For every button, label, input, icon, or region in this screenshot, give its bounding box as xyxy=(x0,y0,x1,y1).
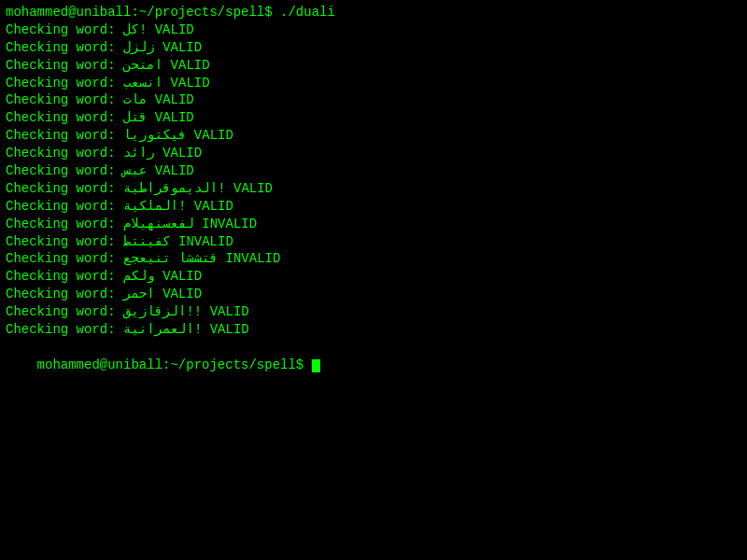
final-prompt: mohammed@uniball:~/projects/spell$ xyxy=(37,357,312,372)
terminal: mohammed@uniball:~/projects/spell$ ./dua… xyxy=(0,0,747,560)
output-line: Checking word: العمرانية! VALID xyxy=(6,321,741,339)
output-line: Checking word: مات VALID xyxy=(6,91,741,109)
output-line: Checking word: الديموقراطية! VALID xyxy=(6,180,741,198)
output-line: Checking word: كفينتط INVALID xyxy=(6,233,741,251)
output-line: Checking word: ولكم VALID xyxy=(6,268,741,286)
output-line: Checking word: الزقازيق!! VALID xyxy=(6,303,741,321)
cursor xyxy=(312,359,320,372)
output-line: Checking word: عبس VALID xyxy=(6,162,741,180)
output-line: Checking word: انسعب VALID xyxy=(6,75,741,92)
output-line: Checking word: زلزل VALID xyxy=(6,39,741,57)
output-line: Checking word: الملكية! VALID xyxy=(6,198,741,216)
output-line: Checking word: احمر VALID xyxy=(6,286,741,303)
final-prompt-line: mohammed@uniball:~/projects/spell$ xyxy=(6,339,741,392)
output-line: Checking word: فيكتوريا VALID xyxy=(6,127,741,145)
output-line: Checking word: امتحن VALID xyxy=(6,57,741,75)
output-line: Checking word: قتل VALID xyxy=(6,109,741,127)
output-line: Checking word: رائد VALID xyxy=(6,145,741,162)
initial-command-line: mohammed@uniball:~/projects/spell$ ./dua… xyxy=(6,4,741,21)
output-line: Checking word: قتششا تنيعجع INVALID xyxy=(6,250,741,268)
output-line: Checking word: كل! VALID xyxy=(6,21,741,39)
output-lines: Checking word: كل! VALIDChecking word: ز… xyxy=(6,21,741,339)
output-line: Checking word: لفعسنهيلام INVALID xyxy=(6,216,741,233)
